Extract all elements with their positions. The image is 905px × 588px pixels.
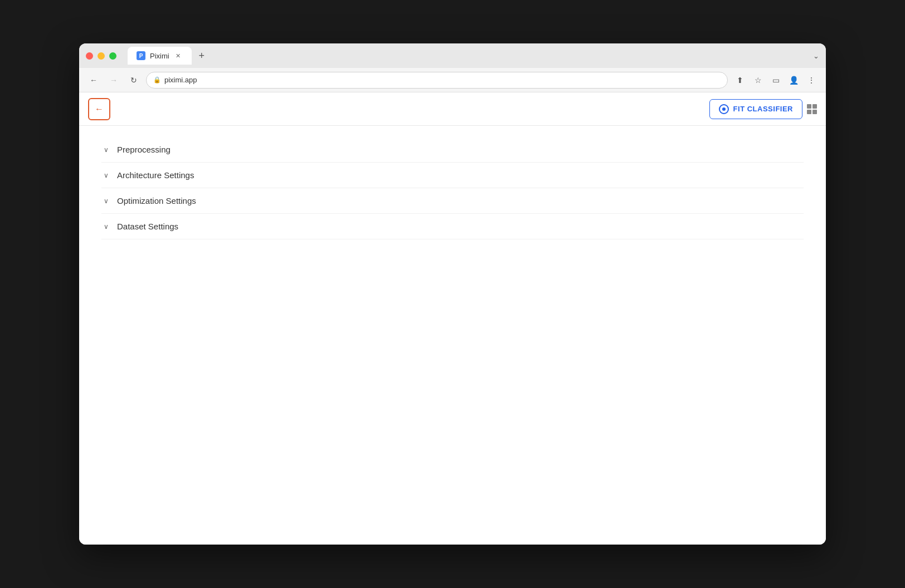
fit-classifier-button[interactable]: FIT CLASSIFIER xyxy=(709,99,802,119)
accordion-item-architecture-settings: ∨Architecture Settings xyxy=(101,163,804,188)
url-text: piximi.app xyxy=(164,76,197,84)
close-window-button[interactable] xyxy=(86,52,93,60)
grid-view-icon[interactable] xyxy=(807,104,817,114)
traffic-lights xyxy=(86,52,116,60)
accordion-title-dataset-settings: Dataset Settings xyxy=(117,222,178,231)
browser-window: P Piximi ✕ + ⌄ ← → ↻ 🔒 piximi.app xyxy=(79,43,826,545)
tab-close-button[interactable]: ✕ xyxy=(174,51,183,60)
accordion-header-preprocessing[interactable]: ∨Preprocessing xyxy=(101,145,804,154)
accordion-header-optimization-settings[interactable]: ∨Optimization Settings xyxy=(101,196,804,205)
main-content: ∨Preprocessing∨Architecture Settings∨Opt… xyxy=(79,126,826,545)
sidebar-toggle-icon[interactable]: ▭ xyxy=(768,72,784,88)
chevron-down-icon-architecture-settings: ∨ xyxy=(101,171,110,179)
title-bar: P Piximi ✕ + ⌄ xyxy=(79,43,826,68)
more-options-icon[interactable]: ⋮ xyxy=(804,72,819,88)
chevron-down-icon-dataset-settings: ∨ xyxy=(101,223,110,231)
accordion-item-dataset-settings: ∨Dataset Settings xyxy=(101,214,804,239)
bookmark-icon[interactable]: ☆ xyxy=(750,72,766,88)
url-bar[interactable]: 🔒 piximi.app xyxy=(146,72,728,89)
accordion-title-preprocessing: Preprocessing xyxy=(117,145,171,154)
share-icon[interactable]: ⬆ xyxy=(732,72,748,88)
tab-bar: P Piximi ✕ + xyxy=(128,47,809,65)
accordion-item-optimization-settings: ∨Optimization Settings xyxy=(101,188,804,214)
active-tab[interactable]: P Piximi ✕ xyxy=(128,47,192,65)
lock-icon: 🔒 xyxy=(153,76,161,84)
chevron-down-icon-preprocessing: ∨ xyxy=(101,146,110,154)
accordion-header-architecture-settings[interactable]: ∨Architecture Settings xyxy=(101,170,804,180)
new-tab-button[interactable]: + xyxy=(194,48,210,63)
accordion-item-preprocessing: ∨Preprocessing xyxy=(101,137,804,163)
maximize-window-button[interactable] xyxy=(109,52,116,60)
accordion-title-optimization-settings: Optimization Settings xyxy=(117,196,196,205)
app-toolbar: ← FIT CLASSIFIER xyxy=(79,92,826,126)
back-nav-button[interactable]: ← xyxy=(86,72,101,88)
back-button[interactable]: ← xyxy=(88,98,110,120)
app-content: ← FIT CLASSIFIER ∨Preprocessing∨Architec… xyxy=(79,92,826,545)
address-bar: ← → ↻ 🔒 piximi.app ⬆ ☆ ▭ 👤 ⋮ xyxy=(79,68,826,92)
accordion-title-architecture-settings: Architecture Settings xyxy=(117,170,194,180)
minimize-window-button[interactable] xyxy=(98,52,105,60)
chevron-down-icon-optimization-settings: ∨ xyxy=(101,197,110,205)
address-bar-actions: ⬆ ☆ ▭ 👤 ⋮ xyxy=(732,72,819,88)
window-dropdown-icon[interactable]: ⌄ xyxy=(813,52,819,60)
tab-favicon: P xyxy=(137,51,145,60)
accordion-header-dataset-settings[interactable]: ∨Dataset Settings xyxy=(101,222,804,231)
forward-nav-button[interactable]: → xyxy=(106,72,121,88)
reload-nav-button[interactable]: ↻ xyxy=(126,72,142,88)
tab-title: Piximi xyxy=(150,52,169,60)
fit-classifier-circle-icon xyxy=(719,104,729,114)
profile-icon[interactable]: 👤 xyxy=(786,72,801,88)
fit-classifier-label: FIT CLASSIFIER xyxy=(733,105,793,113)
